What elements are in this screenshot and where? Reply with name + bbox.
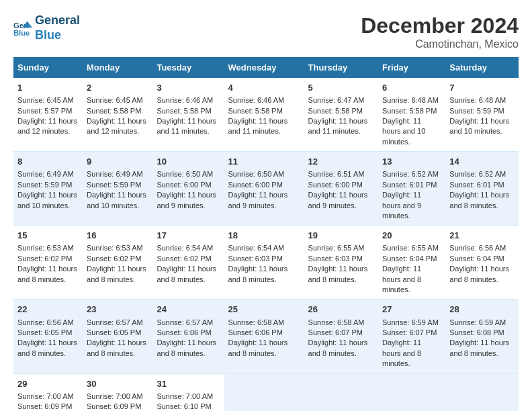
day-info: Sunset: 6:02 PM [157, 254, 220, 264]
main-title: December 2024 [361, 13, 519, 38]
day-info: Daylight: 11 hours and 10 minutes. [449, 116, 515, 137]
day-info: Sunrise: 6:46 AM [228, 95, 300, 105]
calendar-cell: 30Sunrise: 7:00 AMSunset: 6:09 PMDayligh… [83, 373, 152, 411]
calendar-cell: 3Sunrise: 6:46 AMSunset: 5:58 PMDaylight… [152, 78, 224, 152]
day-info: Sunrise: 6:53 AM [87, 243, 148, 253]
day-info: Sunrise: 6:56 AM [17, 318, 79, 328]
calendar-cell [445, 373, 519, 411]
day-info: Sunset: 5:58 PM [157, 106, 220, 116]
day-info: Sunrise: 6:45 AM [87, 95, 148, 105]
calendar-cell: 16Sunrise: 6:53 AMSunset: 6:02 PMDayligh… [83, 226, 152, 300]
day-info: Sunset: 6:05 PM [87, 328, 148, 338]
calendar-cell [224, 373, 304, 411]
day-info: Daylight: 11 hours and 8 minutes. [157, 338, 220, 359]
day-info: Sunrise: 6:48 AM [449, 95, 515, 105]
day-number: 9 [87, 156, 148, 168]
calendar-cell: 1Sunrise: 6:45 AMSunset: 5:57 PMDaylight… [13, 78, 83, 152]
day-info: Sunset: 6:03 PM [228, 254, 300, 264]
calendar-cell: 15Sunrise: 6:53 AMSunset: 6:02 PMDayligh… [13, 226, 83, 300]
day-number: 23 [87, 304, 148, 316]
day-info: Sunrise: 6:59 AM [382, 318, 441, 328]
day-info: Sunrise: 6:48 AM [382, 95, 441, 105]
day-info: Sunrise: 6:58 AM [228, 318, 300, 328]
day-info: Sunset: 6:03 PM [308, 254, 374, 264]
day-info: Daylight: 11 hours and 8 minutes. [17, 264, 79, 285]
week-row-1: 1Sunrise: 6:45 AMSunset: 5:57 PMDaylight… [13, 78, 519, 152]
day-number: 16 [87, 230, 148, 242]
col-header-thursday: Thursday [304, 57, 378, 78]
day-number: 13 [382, 156, 441, 168]
col-header-monday: Monday [83, 57, 152, 78]
calendar-cell: 7Sunrise: 6:48 AMSunset: 5:59 PMDaylight… [445, 78, 519, 152]
day-info: Daylight: 11 hours and 9 minutes. [308, 190, 374, 211]
day-info: Sunrise: 6:52 AM [449, 169, 515, 179]
day-info: Sunset: 6:07 PM [308, 328, 374, 338]
day-info: Sunrise: 6:52 AM [382, 169, 441, 179]
calendar-cell: 14Sunrise: 6:52 AMSunset: 6:01 PMDayligh… [445, 152, 519, 226]
day-info: Sunset: 6:04 PM [382, 254, 441, 264]
day-number: 5 [308, 82, 374, 94]
day-info: Daylight: 11 hours and 8 minutes. [228, 264, 300, 285]
day-info: Daylight: 11 hours and 8 minutes. [449, 338, 515, 359]
calendar-cell: 26Sunrise: 6:58 AMSunset: 6:07 PMDayligh… [304, 300, 378, 373]
day-number: 11 [228, 156, 300, 168]
calendar-cell [378, 373, 445, 411]
day-number: 22 [17, 304, 79, 316]
calendar-cell: 25Sunrise: 6:58 AMSunset: 6:06 PMDayligh… [224, 300, 304, 373]
day-number: 12 [308, 156, 374, 168]
calendar-cell: 12Sunrise: 6:51 AMSunset: 6:00 PMDayligh… [304, 152, 378, 226]
day-info: Sunrise: 6:49 AM [87, 169, 148, 179]
day-number: 6 [382, 82, 441, 94]
logo-line1: General [35, 13, 80, 27]
calendar-cell: 23Sunrise: 6:57 AMSunset: 6:05 PMDayligh… [83, 300, 152, 373]
day-number: 24 [157, 304, 220, 316]
calendar-cell: 18Sunrise: 6:54 AMSunset: 6:03 PMDayligh… [224, 226, 304, 300]
day-info: Sunset: 6:00 PM [228, 180, 300, 190]
header-row: SundayMondayTuesdayWednesdayThursdayFrid… [13, 57, 519, 78]
day-info: Daylight: 11 hours and 8 minutes. [449, 264, 515, 285]
day-number: 17 [157, 230, 220, 242]
day-info: Sunrise: 6:51 AM [308, 169, 374, 179]
week-row-3: 15Sunrise: 6:53 AMSunset: 6:02 PMDayligh… [13, 226, 519, 300]
col-header-saturday: Saturday [445, 57, 519, 78]
calendar-cell: 4Sunrise: 6:46 AMSunset: 5:58 PMDaylight… [224, 78, 304, 152]
col-header-wednesday: Wednesday [224, 57, 304, 78]
day-info: Sunset: 6:04 PM [449, 254, 515, 264]
col-header-friday: Friday [378, 57, 445, 78]
day-number: 2 [87, 82, 148, 94]
day-info: Daylight: 11 hours and 9 minutes. [382, 190, 441, 221]
day-number: 19 [308, 230, 374, 242]
day-info: Daylight: 11 hours and 8 minutes. [157, 264, 220, 285]
day-info: Sunset: 6:07 PM [382, 328, 441, 338]
day-info: Daylight: 11 hours and 8 minutes. [449, 190, 515, 211]
day-number: 31 [157, 378, 220, 390]
day-info: Sunset: 6:06 PM [228, 328, 300, 338]
week-row-5: 29Sunrise: 7:00 AMSunset: 6:09 PMDayligh… [13, 373, 519, 411]
day-info: Daylight: 11 hours and 11 minutes. [308, 116, 374, 137]
day-number: 26 [308, 304, 374, 316]
day-number: 20 [382, 230, 441, 242]
day-info: Daylight: 11 hours and 8 minutes. [308, 338, 374, 359]
day-info: Sunrise: 6:46 AM [157, 95, 220, 105]
day-info: Sunrise: 7:00 AM [87, 392, 148, 402]
week-row-4: 22Sunrise: 6:56 AMSunset: 6:05 PMDayligh… [13, 300, 519, 373]
day-info: Daylight: 11 hours and 8 minutes. [17, 338, 79, 359]
calendar-cell: 24Sunrise: 6:57 AMSunset: 6:06 PMDayligh… [152, 300, 224, 373]
day-info: Sunrise: 7:00 AM [157, 392, 220, 402]
day-number: 18 [228, 230, 300, 242]
day-info: Sunrise: 6:45 AM [17, 95, 79, 105]
day-number: 28 [449, 304, 515, 316]
day-info: Daylight: 11 hours and 8 minutes. [308, 264, 374, 285]
day-number: 1 [17, 82, 79, 94]
calendar-cell: 20Sunrise: 6:55 AMSunset: 6:04 PMDayligh… [378, 226, 445, 300]
day-number: 25 [228, 304, 300, 316]
calendar-cell: 6Sunrise: 6:48 AMSunset: 5:58 PMDaylight… [378, 78, 445, 152]
day-number: 10 [157, 156, 220, 168]
day-info: Daylight: 11 hours and 8 minutes. [382, 264, 441, 295]
day-info: Sunset: 6:09 PM [87, 402, 148, 411]
day-info: Sunset: 5:58 PM [308, 106, 374, 116]
day-number: 7 [449, 82, 515, 94]
day-info: Sunset: 6:09 PM [17, 402, 79, 411]
day-info: Sunrise: 6:53 AM [17, 243, 79, 253]
calendar-cell: 8Sunrise: 6:49 AMSunset: 5:59 PMDaylight… [13, 152, 83, 226]
